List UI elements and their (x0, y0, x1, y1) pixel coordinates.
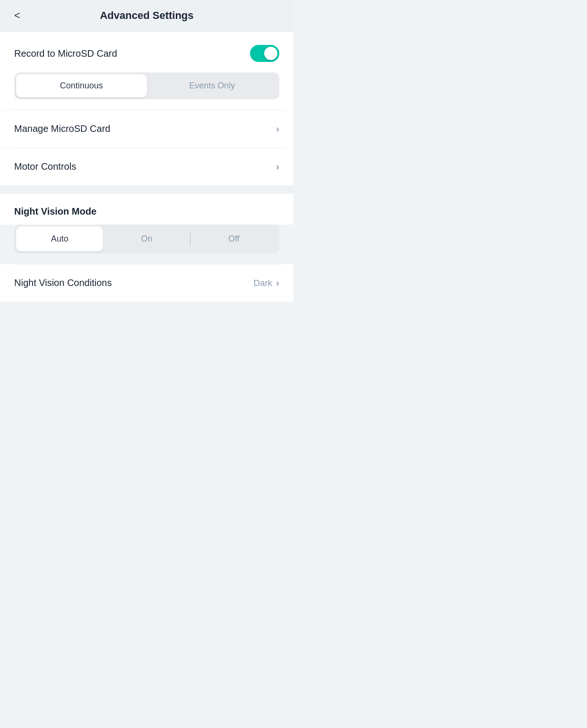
manage-microsd-row[interactable]: Manage MicroSD Card › (0, 110, 294, 147)
record-row: Record to MicroSD Card (14, 45, 279, 62)
night-vision-on-button[interactable]: On (103, 226, 190, 251)
recording-mode-segmented-control: Continuous Events Only (14, 72, 279, 99)
night-vision-conditions-chevron: › (276, 277, 279, 288)
night-vision-off-button[interactable]: Off (190, 226, 277, 251)
manage-microsd-label: Manage MicroSD Card (14, 123, 110, 134)
record-toggle[interactable] (250, 45, 279, 62)
motor-controls-label: Motor Controls (14, 161, 76, 172)
night-vision-conditions-value: Dark (253, 278, 272, 288)
events-only-button[interactable]: Events Only (147, 74, 278, 97)
night-vision-section-header: Night Vision Mode (0, 194, 294, 225)
night-vision-segmented-control: Auto On Off (14, 225, 279, 253)
night-vision-conditions-right: Dark › (253, 277, 279, 288)
toggle-slider (250, 45, 279, 62)
section-gap (0, 185, 294, 194)
record-label: Record to MicroSD Card (14, 48, 117, 59)
night-vision-conditions-label: Night Vision Conditions (14, 277, 112, 288)
header: < Advanced Settings (0, 0, 294, 32)
page-title: Advanced Settings (14, 9, 279, 22)
back-icon: < (14, 9, 20, 22)
night-vision-conditions-row[interactable]: Night Vision Conditions Dark › (0, 264, 294, 302)
back-button[interactable]: < (14, 9, 20, 22)
night-vision-label: Night Vision Mode (14, 206, 96, 217)
motor-controls-chevron: › (276, 161, 279, 172)
night-vision-auto-button[interactable]: Auto (16, 226, 103, 251)
record-microsd-section: Record to MicroSD Card Continuous Events… (0, 32, 294, 110)
motor-controls-row[interactable]: Motor Controls › (0, 148, 294, 185)
manage-microsd-chevron: › (276, 123, 279, 134)
continuous-button[interactable]: Continuous (16, 74, 147, 97)
